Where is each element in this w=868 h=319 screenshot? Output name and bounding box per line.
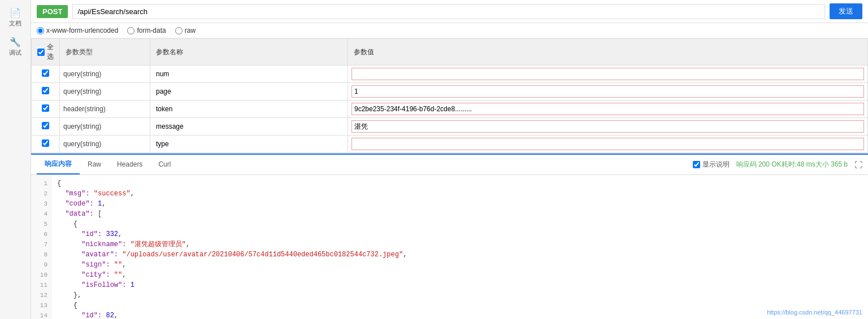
response-status: 响应码 200 OK耗时:48 ms大小 365 b <box>736 160 848 169</box>
param-value-input[interactable] <box>352 138 863 150</box>
params-area: 全选 参数类型 参数名称 参数值 <box>31 38 868 154</box>
sidebar-item-docs[interactable]: 📄 文档 <box>0 3 31 32</box>
code-area: 12345678910111213141516171819202122 { "m… <box>31 175 868 319</box>
table-row: query(string) <box>32 136 868 153</box>
param-type-cell: header(string) <box>60 100 150 118</box>
sidebar: 📄 文档 🔧 调试 <box>0 0 31 319</box>
code-content[interactable]: { "msg": "success", "code": 1, "data": [… <box>51 175 868 319</box>
radio-raw-label: raw <box>185 27 196 34</box>
th-type: 参数类型 <box>60 39 150 65</box>
show-desc-checkbox[interactable] <box>693 161 700 168</box>
url-input[interactable] <box>72 4 825 19</box>
param-checkbox[interactable] <box>42 122 49 129</box>
content-type-bar: x-www-form-urlencoded form-data raw <box>31 23 868 38</box>
param-value-input[interactable] <box>352 68 863 80</box>
param-type-cell: query(string) <box>60 118 150 136</box>
main-content: POST 发送 x-www-form-urlencoded form-data … <box>31 0 868 319</box>
param-value-input[interactable] <box>352 86 863 97</box>
param-type-cell: query(string) <box>60 136 150 153</box>
th-check: 全选 <box>32 39 60 65</box>
param-value-cell <box>348 136 868 153</box>
line-numbers: 12345678910111213141516171819202122 <box>31 175 51 319</box>
sidebar-item-debug-label: 调试 <box>9 49 21 57</box>
sidebar-item-debug[interactable]: 🔧 调试 <box>0 32 31 62</box>
tab-raw[interactable]: Raw <box>80 156 109 174</box>
param-name-input[interactable] <box>154 121 344 132</box>
param-name-input[interactable] <box>154 68 344 80</box>
param-value-cell <box>348 118 868 136</box>
param-name-input[interactable] <box>154 138 344 150</box>
param-type-cell: query(string) <box>60 65 150 83</box>
check-all-label: 全选 <box>47 42 54 62</box>
fullscreen-icon[interactable]: ⛶ <box>854 160 862 169</box>
radio-urlencoded-label: x-www-form-urlencoded <box>46 27 118 34</box>
send-button[interactable]: 发送 <box>830 3 862 19</box>
param-checkbox[interactable] <box>42 104 49 112</box>
param-name-cell <box>150 83 348 100</box>
radio-formdata[interactable]: form-data <box>127 27 166 34</box>
table-row: header(string) <box>32 100 868 118</box>
th-name: 参数名称 <box>150 39 348 65</box>
param-check-cell <box>32 118 60 136</box>
radio-urlencoded[interactable]: x-www-form-urlencoded <box>37 27 118 34</box>
param-value-input[interactable] <box>352 121 863 132</box>
check-all[interactable] <box>37 49 45 56</box>
tab-headers[interactable]: Headers <box>109 156 150 174</box>
table-row: query(string) <box>32 65 868 83</box>
sidebar-item-docs-label: 文档 <box>9 19 21 28</box>
param-name-cell <box>150 118 348 136</box>
param-name-cell <box>150 65 348 83</box>
tab-response-content[interactable]: 响应内容 <box>37 155 80 174</box>
th-value: 参数值 <box>348 39 868 65</box>
param-check-cell <box>32 65 60 83</box>
top-bar: POST 发送 <box>31 0 868 23</box>
param-checkbox[interactable] <box>42 87 49 94</box>
watermark: https://blog.csdn.net/qq_44697731 <box>767 309 862 316</box>
param-type-cell: query(string) <box>60 83 150 100</box>
param-check-cell <box>32 83 60 100</box>
param-checkbox[interactable] <box>42 69 49 77</box>
param-value-cell <box>348 83 868 100</box>
table-row: query(string) <box>32 118 868 136</box>
param-value-cell <box>348 65 868 83</box>
param-value-input[interactable] <box>352 103 863 115</box>
docs-icon: 📄 <box>10 7 21 18</box>
table-row: query(string) <box>32 83 868 100</box>
radio-formdata-label: form-data <box>137 27 166 34</box>
param-name-input[interactable] <box>154 86 344 97</box>
param-check-cell <box>32 100 60 118</box>
response-tab-right: 显示说明 响应码 200 OK耗时:48 ms大小 365 b ⛶ <box>693 160 862 169</box>
response-tabs: 响应内容 Raw Headers Curl 显示说明 响应码 200 OK耗时:… <box>31 155 868 175</box>
param-check-cell <box>32 136 60 153</box>
param-name-cell <box>150 100 348 118</box>
param-checkbox[interactable] <box>42 139 49 147</box>
response-area: 响应内容 Raw Headers Curl 显示说明 响应码 200 OK耗时:… <box>31 154 868 319</box>
radio-raw[interactable]: raw <box>175 27 196 34</box>
debug-icon: 🔧 <box>10 37 21 47</box>
param-name-input[interactable] <box>154 103 344 115</box>
method-badge: POST <box>37 5 68 18</box>
param-value-cell <box>348 100 868 118</box>
param-name-cell <box>150 136 348 153</box>
params-table: 全选 参数类型 参数名称 参数值 <box>31 38 868 153</box>
show-desc-label[interactable]: 显示说明 <box>693 160 730 169</box>
tab-curl[interactable]: Curl <box>150 156 179 174</box>
